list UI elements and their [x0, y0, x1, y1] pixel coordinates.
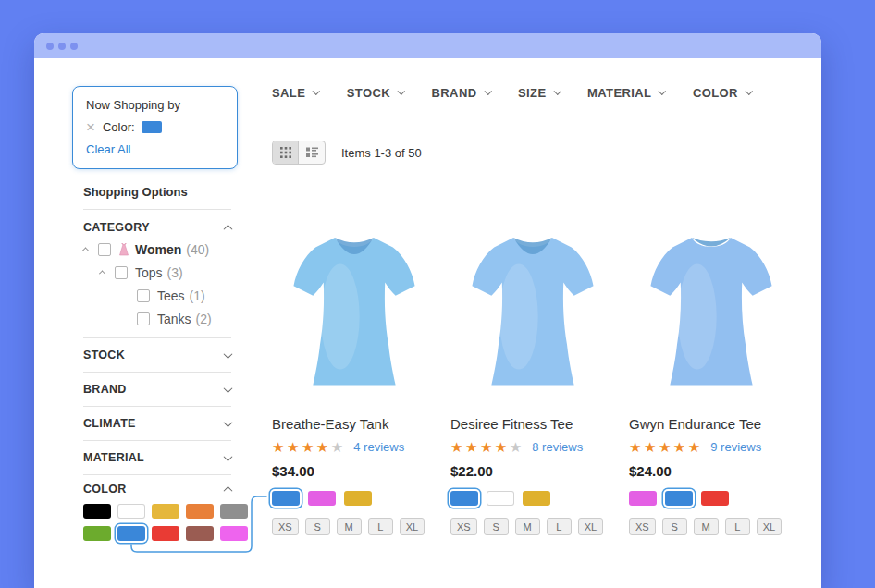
star-filled-icon: ★: [480, 440, 492, 454]
collapse-icon[interactable]: [82, 247, 89, 253]
size-option-l[interactable]: L: [547, 518, 572, 535]
page-content: Now Shopping by × Color: Clear All Shopp…: [34, 58, 821, 588]
tops-checkbox[interactable]: [115, 266, 128, 279]
filter-label: MATERIAL: [587, 86, 651, 100]
category-section-header[interactable]: CATEGORY: [83, 221, 231, 234]
size-option-m[interactable]: M: [337, 518, 362, 535]
product-image[interactable]: [272, 207, 437, 399]
color-swatch-red[interactable]: [152, 526, 179, 541]
color-section-label: COLOR: [83, 483, 127, 496]
star-rating: ★★★★★: [272, 440, 343, 454]
filter-label: STOCK: [347, 86, 390, 100]
size-option-xl[interactable]: XL: [757, 518, 782, 535]
category-item-tops[interactable]: Tops (3): [100, 261, 231, 284]
window-control-dot[interactable]: [58, 43, 66, 50]
color-swatch-black[interactable]: [83, 504, 111, 519]
product-name[interactable]: Breathe-Easy Tank: [272, 416, 437, 432]
product-price: $22.00: [450, 463, 615, 479]
size-option-s[interactable]: S: [662, 518, 687, 535]
tanks-checkbox[interactable]: [137, 312, 150, 325]
color-swatch-magenta[interactable]: [220, 526, 248, 541]
category-item-tees[interactable]: Tees (1): [137, 284, 231, 307]
product-size-options: XSSMLXL: [450, 518, 615, 535]
category-item-women[interactable]: Women (40): [83, 238, 231, 261]
material-section-header[interactable]: MATERIAL: [83, 441, 231, 475]
applied-filter-color-swatch: [142, 121, 162, 133]
size-option-m[interactable]: M: [694, 518, 719, 535]
chevron-down-icon: [553, 87, 561, 94]
list-view-button[interactable]: [299, 141, 325, 164]
category-count: (2): [196, 312, 212, 326]
product-listing: SALE STOCK BRAND SIZE MATERIAL: [272, 58, 813, 535]
color-section-header[interactable]: COLOR: [83, 483, 231, 496]
color-swatch-orange[interactable]: [186, 504, 214, 519]
color-swatch-yellow[interactable]: [344, 491, 372, 506]
reviews-link[interactable]: 9 reviews: [710, 440, 761, 454]
climate-section-header[interactable]: CLIMATE: [83, 407, 231, 441]
color-swatch-blue[interactable]: [665, 491, 693, 506]
color-swatch-yellow[interactable]: [152, 504, 179, 519]
reviews-link[interactable]: 8 reviews: [532, 440, 583, 454]
product-color-swatches: [629, 491, 794, 506]
color-swatch-green[interactable]: [83, 526, 111, 541]
color-swatch-white[interactable]: [487, 491, 514, 506]
tees-checkbox[interactable]: [137, 289, 150, 302]
product-price: $34.00: [272, 463, 437, 479]
tshirt-image: [462, 216, 603, 399]
filter-dropdown-color[interactable]: COLOR: [693, 86, 751, 100]
size-option-s[interactable]: S: [484, 518, 509, 535]
product-image[interactable]: [629, 207, 794, 399]
size-option-l[interactable]: L: [368, 518, 393, 535]
filter-dropdown-sale[interactable]: SALE: [272, 86, 319, 100]
size-option-l[interactable]: L: [725, 518, 750, 535]
list-view-icon: [306, 147, 318, 158]
size-option-xl[interactable]: XL: [578, 518, 603, 535]
product-size-options: XSSMLXL: [272, 518, 437, 535]
clear-all-link[interactable]: Clear All: [86, 142, 130, 156]
color-swatch-yellow[interactable]: [523, 491, 550, 506]
reviews-link[interactable]: 4 reviews: [353, 440, 404, 454]
color-swatch-grid: [83, 504, 231, 541]
rating-row: ★★★★★ 8 reviews: [450, 440, 615, 454]
category-item-tanks[interactable]: Tanks (2): [137, 307, 231, 330]
filter-dropdown-material[interactable]: MATERIAL: [587, 86, 665, 100]
size-option-xs[interactable]: XS: [450, 518, 477, 535]
color-swatch-white[interactable]: [117, 504, 145, 519]
color-swatch-magenta[interactable]: [629, 491, 657, 506]
color-swatch-blue[interactable]: [272, 491, 300, 506]
product-name[interactable]: Gwyn Endurance Tee: [629, 416, 794, 432]
chevron-down-icon: [484, 87, 491, 94]
size-option-xl[interactable]: XL: [400, 518, 425, 535]
size-option-xs[interactable]: XS: [629, 518, 656, 535]
filter-dropdown-stock[interactable]: STOCK: [347, 86, 404, 100]
color-swatch-blue[interactable]: [117, 526, 145, 541]
women-checkbox[interactable]: [98, 243, 111, 256]
star-filled-icon: ★: [450, 440, 462, 454]
grid-view-icon: [280, 147, 291, 158]
product-name[interactable]: Desiree Fitness Tee: [450, 416, 615, 432]
color-section: COLOR: [83, 475, 231, 541]
filter-label: BRAND: [432, 86, 477, 100]
collapse-icon[interactable]: [99, 270, 105, 276]
window-control-dot[interactable]: [70, 43, 78, 50]
product-image[interactable]: [450, 207, 615, 399]
category-count: (1): [190, 288, 205, 303]
filter-dropdown-brand[interactable]: BRAND: [432, 86, 490, 100]
color-swatch-red[interactable]: [701, 491, 729, 506]
color-swatch-brown[interactable]: [186, 526, 214, 541]
climate-section-label: CLIMATE: [83, 417, 136, 430]
brand-section-header[interactable]: BRAND: [83, 373, 231, 407]
stock-section-header[interactable]: STOCK: [83, 338, 231, 373]
color-swatch-magenta[interactable]: [308, 491, 336, 506]
chevron-down-icon: [224, 384, 233, 393]
window-control-dot[interactable]: [46, 43, 54, 50]
chevron-down-icon: [746, 87, 753, 94]
color-swatch-gray[interactable]: [220, 504, 248, 519]
size-option-m[interactable]: M: [515, 518, 540, 535]
remove-filter-icon[interactable]: ×: [86, 122, 95, 133]
size-option-xs[interactable]: XS: [272, 518, 299, 535]
color-swatch-blue[interactable]: [450, 491, 478, 506]
grid-view-button[interactable]: [273, 141, 299, 164]
filter-dropdown-size[interactable]: SIZE: [518, 86, 560, 100]
size-option-s[interactable]: S: [305, 518, 330, 535]
